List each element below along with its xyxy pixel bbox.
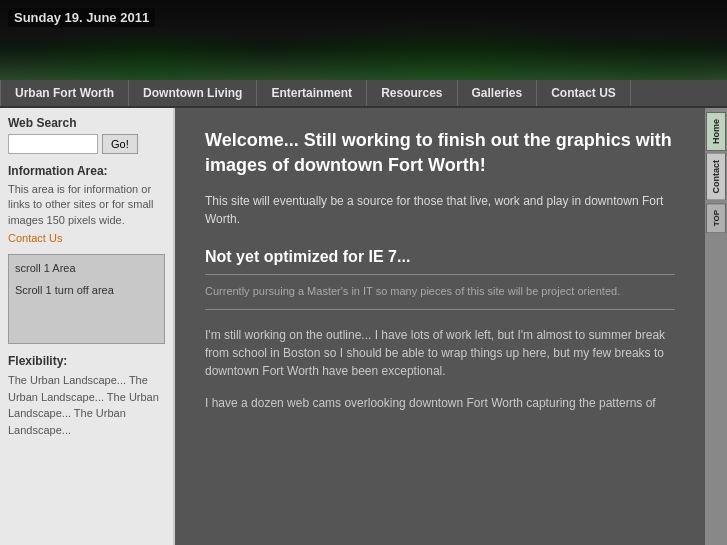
outline-text: I'm still working on the outline... I ha… (205, 326, 675, 380)
scroll-area-line2: Scroll 1 turn off area (15, 283, 158, 298)
contact-us-sidebar-link[interactable]: Contact Us (8, 232, 165, 244)
scroll-area-box: scroll 1 Area Scroll 1 turn off area (8, 254, 165, 344)
scroll-area-line1: scroll 1 Area (15, 261, 158, 276)
nav-entertainment[interactable]: Entertainment (257, 80, 367, 106)
date-display: Sunday 19. June 2011 (8, 8, 155, 27)
nav-urban[interactable]: Urban Fort Worth (0, 80, 129, 106)
main-layout: Web Search Go! Information Area: This ar… (0, 108, 727, 545)
flexibility-text: The Urban Landscape... The Urban Landsca… (8, 372, 165, 438)
sidebar: Web Search Go! Information Area: This ar… (0, 108, 175, 545)
welcome-subtext: This site will eventually be a source fo… (205, 192, 675, 228)
tab-top[interactable]: TOP (706, 203, 726, 233)
info-area-title: Information Area: (8, 164, 165, 178)
content-inner: Welcome... Still working to finish out t… (175, 108, 705, 432)
web-search-label: Web Search (8, 116, 165, 130)
right-tab-bar: HomeContactTOP (705, 108, 727, 545)
nav-downtown[interactable]: Downtown Living (129, 80, 257, 106)
tab-home[interactable]: Home (706, 112, 726, 151)
navigation-bar: Urban Fort WorthDowntown LivingEntertain… (0, 80, 727, 108)
not-optimized-heading: Not yet optimized for IE 7... (205, 248, 675, 275)
search-row: Go! (8, 134, 165, 154)
info-area-text: This area is for information or links to… (8, 182, 165, 228)
pursuing-text: Currently pursuing a Master's in IT so m… (205, 285, 675, 310)
main-content: Welcome... Still working to finish out t… (175, 108, 705, 545)
nav-galleries[interactable]: Galleries (458, 80, 538, 106)
nav-contact[interactable]: Contact US (537, 80, 631, 106)
tab-contact[interactable]: Contact (706, 153, 726, 201)
go-button[interactable]: Go! (102, 134, 138, 154)
welcome-heading: Welcome... Still working to finish out t… (205, 128, 675, 178)
flexibility-title: Flexibility: (8, 354, 165, 368)
search-input[interactable] (8, 134, 98, 154)
nav-resources[interactable]: Resources (367, 80, 457, 106)
webcams-text: I have a dozen web cams overlooking down… (205, 394, 675, 412)
header-banner: Sunday 19. June 2011 (0, 0, 727, 80)
